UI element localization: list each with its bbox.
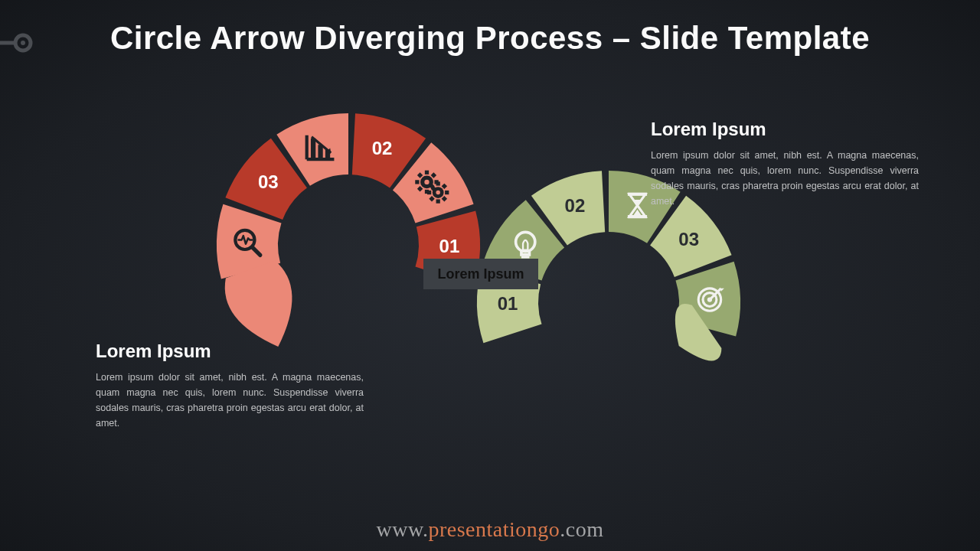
footer-post: .com: [560, 517, 603, 541]
svg-rect-8: [415, 180, 419, 184]
top-seg-2-label: 02: [372, 138, 393, 158]
svg-rect-37: [311, 139, 315, 158]
footer-pre: www.: [377, 517, 429, 541]
text-block-left-heading: Lorem Ipsum: [96, 341, 364, 362]
svg-point-36: [436, 191, 439, 194]
text-block-left: Lorem Ipsum Lorem ipsum dolor sit amet, …: [96, 341, 364, 431]
svg-rect-22: [436, 199, 440, 203]
svg-point-35: [424, 180, 429, 184]
text-block-right: Lorem Ipsum Lorem ipsum dolor sit amet, …: [651, 119, 919, 209]
text-block-right-heading: Lorem Ipsum: [651, 119, 919, 140]
footer-url: www.presentationgo.com: [0, 517, 980, 542]
bot-seg-0-label: 01: [498, 293, 518, 314]
svg-rect-20: [445, 191, 449, 194]
top-seg-0-label: 01: [439, 236, 460, 256]
footer-mid: presentationgo: [428, 517, 560, 541]
center-label: Lorem Ipsum: [423, 259, 538, 289]
svg-rect-10: [425, 171, 429, 174]
text-block-right-body: Lorem ipsum dolor sit amet, nibh est. A …: [651, 148, 919, 209]
svg-rect-24: [427, 191, 431, 194]
bot-seg-4-label: 03: [678, 229, 699, 249]
bot-seg-2-label: 02: [565, 195, 586, 216]
svg-rect-26: [436, 181, 440, 185]
top-seg-4-label: 03: [258, 171, 279, 192]
text-block-left-body: Lorem ipsum dolor sit amet, nibh est. A …: [96, 370, 364, 431]
